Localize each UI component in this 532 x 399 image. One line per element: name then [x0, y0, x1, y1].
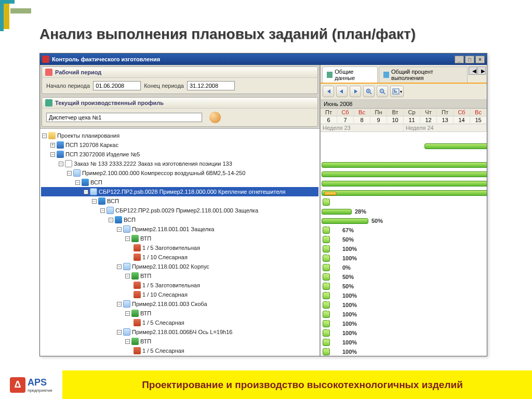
- gantt-row[interactable]: 100%: [321, 338, 487, 347]
- nav-first-button[interactable]: [323, 86, 334, 97]
- tree-root[interactable]: −Проекты планирования: [41, 131, 318, 140]
- gantt-row[interactable]: 28%: [321, 207, 487, 216]
- gantt-row[interactable]: 0%: [321, 263, 487, 272]
- tree-node[interactable]: −ВТП: [41, 309, 318, 318]
- gantt-row[interactable]: [321, 151, 487, 160]
- zoom-out-button[interactable]: [377, 86, 388, 97]
- dow-cell: Чт: [420, 109, 437, 116]
- gantt-row[interactable]: 100%: [321, 254, 487, 263]
- dow-cell: Вт: [387, 109, 404, 116]
- tab-bar: Общие данные Общий процент выполнения ◀ …: [321, 65, 487, 84]
- dow-cell: Пт: [437, 109, 454, 116]
- tab-scroll-left[interactable]: ◀: [469, 66, 477, 75]
- tab-icon: [327, 72, 332, 78]
- op-icon: [134, 291, 141, 298]
- day-cell[interactable]: 10: [387, 116, 404, 124]
- slide-title: Анализ выполнения плановых заданий (план…: [0, 0, 532, 53]
- day-cell[interactable]: 12: [420, 116, 437, 124]
- tree-node[interactable]: −Пример2.118.001.003 Скоба: [41, 299, 318, 309]
- tree-node[interactable]: 1 / 5 Слесарная: [41, 318, 318, 327]
- tree-node-selected[interactable]: −СБР122.ПР2.psb.0028 Пример2.118.000.000…: [41, 187, 318, 196]
- tree-node[interactable]: −ВСП: [41, 178, 318, 187]
- tree-node[interactable]: 1 / 5 Заготовительная: [41, 281, 318, 290]
- day-cell[interactable]: 9: [370, 116, 387, 124]
- gantt-row[interactable]: 100%: [321, 347, 487, 356]
- day-cell[interactable]: 14: [454, 116, 470, 124]
- project-tree[interactable]: −Проекты планирования +ПСП 120708 Каркас…: [40, 128, 320, 356]
- day-cell[interactable]: 8: [354, 116, 370, 124]
- gantt-row[interactable]: [321, 179, 487, 188]
- minimize-button[interactable]: _: [455, 56, 464, 63]
- tree-node[interactable]: −Пример2.118.001.006БЧ Ось L=19h16: [41, 327, 318, 337]
- nav-prev-button[interactable]: [336, 86, 348, 97]
- gantt-row[interactable]: 100%: [321, 244, 487, 254]
- tree-node[interactable]: −ПСП 23072008 Изделие №5: [41, 150, 318, 159]
- part-icon: [123, 263, 130, 270]
- gantt-row[interactable]: 50%: [321, 282, 487, 291]
- gantt-row[interactable]: 50%: [321, 272, 487, 282]
- gantt-row[interactable]: [321, 132, 487, 141]
- tree-node[interactable]: −Пример2.100.000.000 Компрессор воздушны…: [41, 168, 318, 178]
- gantt-row[interactable]: [321, 141, 487, 151]
- vtp-icon: [131, 338, 139, 345]
- tree-node[interactable]: −Пример2.118.001.001 Защелка: [41, 224, 318, 234]
- vtp-icon: [131, 310, 139, 317]
- maximize-button[interactable]: □: [465, 56, 474, 63]
- tab-icon: [383, 72, 389, 78]
- close-button[interactable]: ×: [475, 56, 485, 63]
- view-mode-button[interactable]: ▾: [390, 86, 404, 97]
- gantt-row[interactable]: 100%: [321, 319, 487, 328]
- tree-node[interactable]: −ВСП: [41, 215, 318, 224]
- tree-node[interactable]: 1 / 5 Слесарная: [41, 346, 318, 355]
- vtp-icon: [131, 235, 139, 242]
- gantt-toolbar: ▾: [321, 84, 487, 100]
- tree-node[interactable]: −СБР122.ПР2.psb.0029 Пример2.118.001.000…: [41, 206, 318, 215]
- nav-next-button[interactable]: [350, 86, 361, 97]
- tree-node[interactable]: −Заказ № 133 2333.2222 Заказ на изготовл…: [41, 159, 318, 168]
- day-cell[interactable]: 11: [404, 116, 420, 124]
- start-date-input[interactable]: 01.06.2008: [93, 81, 141, 90]
- tree-node[interactable]: 1 / 10 Слесарная: [41, 290, 318, 299]
- part-icon: [123, 328, 130, 336]
- gantt-row[interactable]: 67%: [321, 225, 487, 235]
- tree-node[interactable]: −Пример2.118.001.002 Корпус: [41, 262, 318, 271]
- day-cell[interactable]: 13: [437, 116, 454, 124]
- tree-node[interactable]: +ПСП 120708 Каркас: [41, 140, 318, 150]
- gantt-chart[interactable]: 25%28%50%67%50%100%100%0%50%50%100%100%1…: [321, 132, 487, 356]
- gantt-row[interactable]: [321, 169, 487, 179]
- tree-node[interactable]: −ВТП: [41, 337, 318, 346]
- gantt-row[interactable]: [321, 197, 487, 207]
- gantt-row[interactable]: 100%: [321, 328, 487, 338]
- day-cell[interactable]: 7: [337, 116, 354, 124]
- tree-node[interactable]: 1 / 10 Слесарная: [41, 252, 318, 262]
- op-icon: [134, 319, 141, 326]
- day-cell[interactable]: 15: [470, 116, 487, 124]
- op-icon: [134, 244, 141, 251]
- tree-node[interactable]: −ВТП: [41, 271, 318, 281]
- tab-general[interactable]: Общие данные: [322, 66, 378, 83]
- week-label: Неделя 23: [321, 124, 404, 131]
- gantt-row[interactable]: 100%: [321, 291, 487, 300]
- right-pane: Общие данные Общий процент выполнения ◀ …: [321, 65, 487, 356]
- part-icon: [90, 188, 97, 195]
- profile-input[interactable]: Диспетчер цеха №1: [46, 113, 202, 122]
- gantt-row[interactable]: 50%: [321, 235, 487, 244]
- gantt-row[interactable]: 25%: [321, 188, 487, 197]
- tab-scroll-right[interactable]: ▶: [477, 66, 486, 75]
- tree-node[interactable]: −ВСП: [41, 196, 318, 206]
- tree-node[interactable]: −ВТП: [41, 234, 318, 243]
- gantt-row[interactable]: 50%: [321, 216, 487, 225]
- zoom-in-button[interactable]: [363, 86, 375, 97]
- gantt-row[interactable]: [321, 160, 487, 169]
- tree-node[interactable]: 1 / 5 Заготовительная: [41, 243, 318, 252]
- gantt-row[interactable]: 100%: [321, 300, 487, 310]
- op-icon: [134, 254, 141, 261]
- day-cell[interactable]: 6: [321, 116, 337, 124]
- gantt-row[interactable]: 100%: [321, 310, 487, 319]
- dow-cell: Вс: [354, 109, 370, 116]
- tab-percent[interactable]: Общий процент выполнения: [379, 66, 468, 83]
- app-icon: [42, 56, 49, 63]
- titlebar[interactable]: Контроль фактического изготовления _ □ ×: [40, 54, 487, 65]
- end-date-input[interactable]: 31.12.2008: [187, 81, 235, 90]
- dow-cell: Вс: [470, 109, 487, 116]
